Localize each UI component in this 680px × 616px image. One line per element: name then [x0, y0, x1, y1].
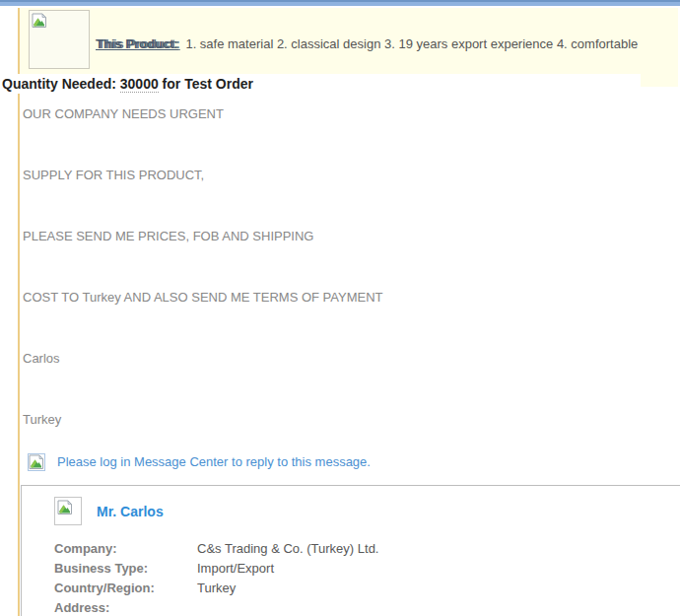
broken-image-icon [29, 454, 44, 470]
quantity-heading-prefix: Quantity Needed: [2, 76, 120, 92]
field-row-country-region: Country/Region: Turkey [54, 579, 680, 598]
message-center-login-link[interactable]: Please log in Message Center to reply to… [57, 453, 371, 471]
message-line: OUR COMPANY NEEDS URGENT [23, 106, 680, 121]
message-line: SUPPLY FOR THIS PRODUCT, [23, 168, 680, 182]
product-description: 1. safe material 2. classical design 3. … [185, 36, 638, 51]
field-label: Country/Region: [54, 579, 197, 598]
product-image-placeholder[interactable] [29, 10, 90, 69]
product-banner: This Product: This Product: 1. safe mate… [20, 8, 678, 74]
reply-notice-row: Please log in Message Center to reply to… [28, 452, 680, 472]
banner-cream-remnant [641, 74, 678, 87]
field-label: Company: [54, 539, 197, 559]
broken-image-icon [32, 13, 87, 29]
broken-image-icon [57, 500, 79, 515]
contact-name-link[interactable]: Mr. Carlos [97, 504, 164, 519]
quantity-heading-suffix: for Test Order [159, 76, 253, 92]
field-value: Import/Export [197, 559, 274, 579]
this-product-label-ghost: This Product: [98, 36, 180, 51]
field-label: Address: [54, 598, 197, 616]
field-label: Business Type: [54, 559, 197, 579]
field-value: Turkey [197, 579, 236, 598]
message-line: Turkey [23, 412, 680, 427]
message-line: COST TO Turkey AND ALSO SEND ME TERMS OF… [23, 290, 680, 305]
contact-card: Mr. Carlos Company: C&s Trading & Co. (T… [21, 485, 680, 616]
field-row-address: Address: [54, 598, 680, 616]
top-border-bar [0, 0, 680, 6]
field-row-business-type: Business Type: Import/Export [54, 559, 680, 579]
field-row-company: Company: C&s Trading & Co. (Turkey) Ltd. [54, 539, 680, 559]
field-value: C&s Trading & Co. (Turkey) Ltd. [197, 539, 378, 559]
contact-fields: Company: C&s Trading & Co. (Turkey) Ltd.… [54, 539, 680, 616]
quantity-value[interactable]: 30000 [120, 76, 159, 93]
blockquote-rule [18, 8, 20, 616]
reply-image-placeholder [28, 453, 45, 471]
message-line: PLEASE SEND ME PRICES, FOB AND SHIPPING [23, 229, 680, 243]
this-product-link[interactable]: This Product: This Product: [96, 36, 178, 51]
quantity-heading: Quantity Needed: 30000 for Test Order [0, 74, 660, 94]
avatar[interactable] [54, 497, 82, 525]
inquiry-message-body: OUR COMPANY NEEDS URGENT SUPPLY FOR THIS… [23, 94, 680, 448]
message-line: Carlos [23, 351, 680, 366]
